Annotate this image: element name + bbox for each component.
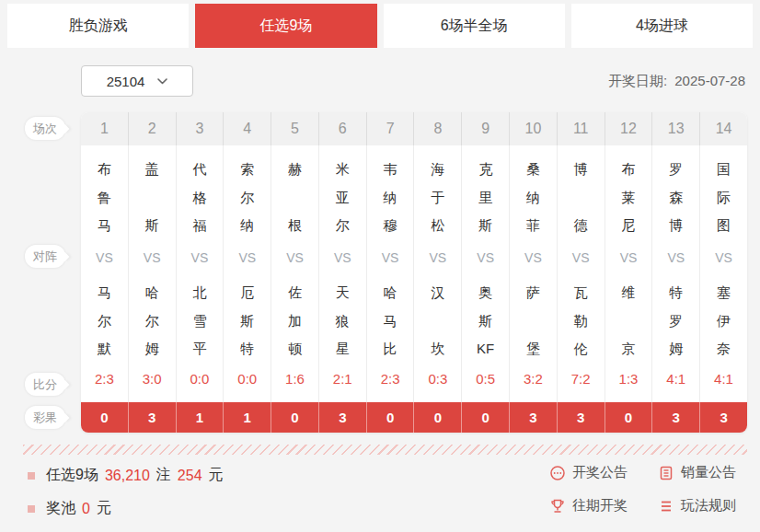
match-column: 海于松VS汉坎0:3 <box>414 145 462 402</box>
summary-bets-line: 任选9场 36,210 注 254 元 <box>28 466 224 485</box>
link-past-draws[interactable]: 往期开奖 <box>549 497 658 515</box>
away-team: 天狼星 <box>336 285 350 355</box>
match-column: 索尔纳VS厄斯特0:0 <box>224 145 271 402</box>
vs-label: VS <box>191 249 209 267</box>
vs-label: VS <box>382 249 399 267</box>
summary-prize-unit: 元 <box>209 466 224 485</box>
match-column: 代格福VS北雪平0:0 <box>177 145 225 402</box>
match-result: 0 <box>271 402 319 433</box>
away-team: 哈尔姆 <box>145 285 159 355</box>
home-team: 米亚尔 <box>336 162 350 232</box>
row-label-session: 场次 <box>25 117 65 140</box>
vs-label: VS <box>96 249 113 267</box>
match-number: 4 <box>224 112 271 145</box>
vs-label: VS <box>572 249 590 267</box>
link-sales-announcement[interactable]: 销量公告 <box>658 464 736 481</box>
match-number: 5 <box>271 112 319 145</box>
link-label: 销量公告 <box>681 464 736 481</box>
lottery-results-page: 胜负游戏任选9场6场半全场4场进球 25104 开奖日期: 2025-07-28… <box>0 0 760 532</box>
summary-pool-line: 奖池 0 元 <box>28 499 111 518</box>
draw-date: 开奖日期: 2025-07-28 <box>608 73 745 90</box>
away-team: 瓦勒伦 <box>574 285 588 355</box>
summary-pool-unit: 元 <box>97 499 111 518</box>
tab-4[interactable]: 4场进球 <box>571 4 753 48</box>
match-result: 3 <box>319 402 367 433</box>
trophy-icon <box>549 498 566 515</box>
link-draw-announcement[interactable]: 开奖公告 <box>549 464 658 481</box>
controls-row: 25104 开奖日期: 2025-07-28 <box>81 65 745 97</box>
match-number: 8 <box>414 112 462 145</box>
match-score: 7:2 <box>571 355 591 402</box>
row-label-matchup: 对阵 <box>25 245 65 268</box>
period-select[interactable]: 25104 <box>81 65 193 97</box>
match-number: 12 <box>605 112 653 145</box>
draw-date-value: 2025-07-28 <box>674 73 745 88</box>
summary-prize-value: 254 <box>178 468 202 484</box>
match-result: 0 <box>367 402 415 433</box>
match-result: 0 <box>414 402 462 433</box>
announcement-icon <box>549 465 566 481</box>
match-result: 3 <box>558 402 605 433</box>
match-column: 克里斯VS奥斯KF0:5 <box>462 145 510 402</box>
draw-date-label: 开奖日期: <box>608 73 667 88</box>
match-column: 博德VS瓦勒伦7:2 <box>558 145 605 402</box>
match-result: 0 <box>605 402 653 433</box>
match-score: 3:2 <box>524 355 543 402</box>
match-result: 3 <box>700 402 747 433</box>
link-game-rules[interactable]: 玩法规则 <box>658 497 736 515</box>
vs-label: VS <box>286 249 304 267</box>
match-column: 赫根VS佐加顿1:6 <box>271 145 319 402</box>
match-score: 0:0 <box>190 355 210 402</box>
away-team: 哈马比 <box>384 285 397 355</box>
match-score: 0:3 <box>428 355 447 402</box>
tab-2[interactable]: 任选9场 <box>195 4 376 48</box>
vs-label: VS <box>144 249 161 267</box>
match-score: 2:3 <box>381 355 400 402</box>
vs-label: VS <box>620 249 638 267</box>
match-number: 3 <box>177 112 225 145</box>
summary-bets-unit: 注 <box>156 466 171 485</box>
match-column: 米亚尔VS天狼星2:1 <box>319 145 367 402</box>
header-row: 1234567891011121314 <box>81 112 747 145</box>
link-label: 往期开奖 <box>572 497 628 515</box>
match-score: 1:6 <box>285 355 305 402</box>
match-result: 0 <box>462 402 510 433</box>
match-number: 7 <box>367 112 415 145</box>
home-team: 韦纳穆 <box>384 162 397 232</box>
match-number: 14 <box>700 112 747 145</box>
match-score: 1:3 <box>619 355 639 402</box>
home-team: 罗森博 <box>669 162 683 232</box>
results-table: 1234567891011121314 布鲁马VS马尔默2:3盖斯VS哈尔姆3:… <box>81 112 747 433</box>
match-number: 10 <box>510 112 558 145</box>
match-column: 桑纳菲VS萨堡3:2 <box>510 145 558 402</box>
match-result: 3 <box>510 402 558 433</box>
vs-label: VS <box>477 249 494 267</box>
striped-divider <box>23 445 747 455</box>
away-team: 奥斯KF <box>477 285 494 355</box>
summary-bets-value: 36,210 <box>105 468 150 484</box>
home-team: 索尔纳 <box>240 162 254 232</box>
vs-label: VS <box>238 249 256 267</box>
away-team: 厄斯特 <box>240 285 254 355</box>
bullet-icon <box>28 505 35 513</box>
tab-3[interactable]: 6场半全场 <box>384 4 565 48</box>
tab-1[interactable]: 胜负游戏 <box>7 4 189 48</box>
match-column: 盖斯VS哈尔姆3:0 <box>129 145 177 402</box>
match-number: 2 <box>129 112 177 145</box>
match-column: 布鲁马VS马尔默2:3 <box>81 145 129 402</box>
away-team: 特罗姆 <box>669 285 683 355</box>
home-team: 布鲁马 <box>98 162 111 232</box>
row-label-result: 彩果 <box>25 406 65 429</box>
match-number: 6 <box>319 112 367 145</box>
away-team: 维京 <box>621 285 635 355</box>
away-team: 萨堡 <box>526 285 540 355</box>
home-team: 海于松 <box>431 162 444 232</box>
match-score: 0:5 <box>476 355 495 402</box>
match-score: 3:0 <box>143 355 162 402</box>
home-team: 国际图 <box>717 162 731 232</box>
match-number: 13 <box>652 112 700 145</box>
away-team: 塞伊奈 <box>717 285 731 355</box>
chevron-down-icon <box>157 78 167 85</box>
match-column: 韦纳穆VS哈马比2:3 <box>367 145 415 402</box>
away-team: 佐加顿 <box>288 285 302 355</box>
